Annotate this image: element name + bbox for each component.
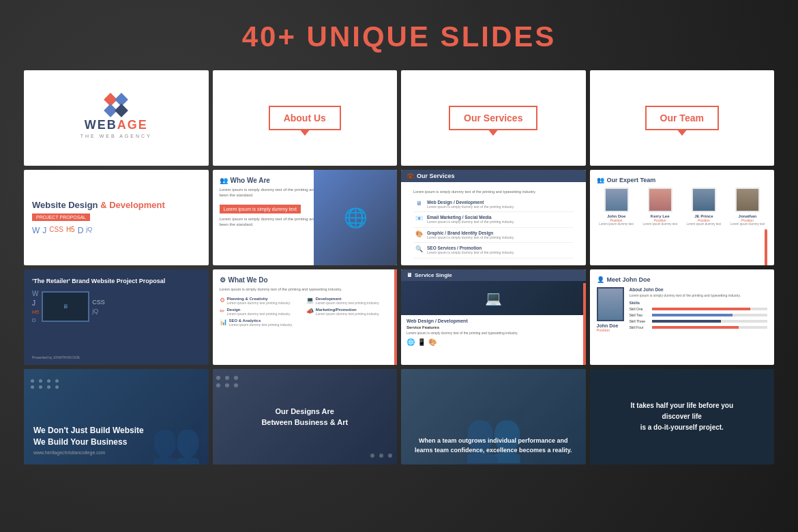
about-us-bubble: About Us (269, 106, 341, 130)
services-content-header: 💼 Our Services (401, 170, 586, 182)
icon-html: H5 (66, 226, 75, 235)
design-subtitle: PROJECT PROPOSAL (32, 213, 90, 221)
wwd-item-3: ✏ Design Lorem ipsum dummy text printing… (220, 308, 304, 316)
ss-header: 🖥 Service Single (401, 269, 586, 281)
service-text-2: Email Marketing / Social Media Lorem ips… (427, 215, 514, 224)
service-icon-1: 🖥 (413, 200, 424, 207)
skill-bar-3: Skill Three (630, 319, 768, 323)
icon-css2: CSS (92, 299, 105, 306)
member-photo-2 (648, 188, 673, 212)
ss-icons-row: 🌐 📱 🎨 (407, 338, 580, 346)
slide-expert-team: 👥 Our Expert Team John Doe Position Lore… (590, 170, 775, 265)
ss-features-label: Service Features (407, 325, 580, 329)
wwd-text-3: Design Lorem ipsum dummy text printing i… (227, 308, 291, 316)
service-text-1: Web Design / Development Lorem ipsum is … (427, 200, 514, 209)
accent-bar (765, 229, 767, 265)
who-highlight: Lorem ipsum is simply dummy text (220, 205, 301, 213)
member-photo-1 (604, 188, 629, 212)
slide-our-team: Our Team (590, 70, 775, 166)
design-icons: W J CSS H5 D jQ (32, 226, 92, 235)
slide-blue-4: It takes half your life before you disco… (590, 369, 775, 464)
slide-who-we-are: 👥 Who We Are Lorem ipsum is simply dummy… (213, 170, 398, 265)
blue3-text: When a team outgrows individual performa… (411, 437, 576, 455)
logo-diamonds (106, 95, 126, 115)
dot-pattern (31, 379, 61, 389)
slide-meet-john: 👤 Meet John Doe John Doe Position About … (590, 269, 775, 365)
services-list: 🖥 Web Design / Development Lorem ipsum i… (408, 197, 579, 258)
skill-bars: Skill One Skill Two Skill Three (630, 307, 768, 329)
whatwedo-title: What We Do (228, 276, 268, 284)
logo-subtitle: THE WEB AGENCY (80, 134, 152, 138)
slides-grid: WEBAGE THE WEB AGENCY About Us Our Servi… (24, 70, 774, 464)
team-member-1: John Doe Position Lorem ipsum dummy text (597, 188, 636, 226)
skills-title: Skills (630, 301, 768, 305)
mj-photo (597, 287, 624, 321)
blue1-url: www.heritagechristiancollege.com (33, 450, 105, 455)
skill-track-3 (652, 320, 768, 323)
mj-header: 👤 Meet John Doe (597, 276, 768, 283)
who-title: Who We Are (231, 177, 270, 184)
team-members: John Doe Position Lorem ipsum dummy text… (597, 188, 768, 226)
retailer-title: 'The Retailer' Brand Website Project Pro… (32, 278, 165, 284)
right-accent-bar (394, 269, 397, 365)
monitor-icon: 🖥 (407, 272, 412, 278)
member-desc-4: Lorem ipsum dummy text (730, 222, 765, 226)
mj-info: About John Doe Lorem ipsum is simply dum… (630, 287, 768, 335)
mj-header-label: Meet John Doe (607, 276, 651, 283)
retailer-footer: Presented by JONATHON DOE (32, 355, 80, 359)
wwd-text-2: Development Lorem ipsum dummy text print… (316, 297, 380, 305)
slide-services-content: 💼 Our Services Lorem ipsum is simply dum… (401, 170, 586, 265)
slide-retailer: 'The Retailer' Brand Website Project Pro… (24, 269, 209, 365)
icon-jq: jQ (92, 308, 105, 314)
member-desc-1: Lorem ipsum dummy text (599, 222, 634, 226)
icon-joomla: J (42, 226, 46, 235)
service-title-3: Graphic / Brand Identity Design (427, 231, 514, 235)
team-icon: 👥 (597, 177, 604, 183)
about-us-label: About Us (284, 113, 326, 123)
skill-label-2: Skill Two (630, 313, 650, 317)
dot-pattern-2 (216, 376, 239, 387)
wwd-desc-4: Lorem ipsum dummy text printing industry… (316, 312, 380, 316)
logo-graphic: WEBAGE THE WEB AGENCY (80, 95, 152, 138)
slide-blue-3: 👥 When a team outgrows individual perfor… (401, 369, 586, 464)
whatwedo-grid: ⚙ Planning & Creativity Lorem ipsum dumm… (220, 297, 391, 327)
wwd-text-5: SEO & Analytics Lorem ipsum dummy text p… (229, 319, 293, 327)
briefcase-icon: 💼 (407, 173, 414, 179)
icon-jquery: jQ (86, 226, 92, 235)
ss-image: 💻 (401, 281, 586, 315)
icon-dpl: D (32, 317, 39, 323)
blue2-subtitle: Between Business & Art (261, 418, 348, 426)
wwd-text-4: Marketing/Promotion Lorem ipsum dummy te… (316, 308, 380, 316)
skill-fill-4 (652, 326, 739, 329)
team-member-2: Kerry Lee Position Lorem ipsum dummy tex… (640, 188, 680, 226)
skill-label-1: Skill One (630, 307, 650, 311)
service-item-1: 🖥 Web Design / Development Lorem ipsum i… (413, 197, 574, 213)
blue4-line2: discover life (662, 413, 702, 420)
wwd-desc-2: Lorem ipsum dummy text printing industry… (316, 301, 380, 305)
blue1-line1: We Don't Just Build Website (33, 426, 144, 435)
logo-wordmark: WEBAGE (85, 118, 148, 132)
skill-bar-2: Skill Two (630, 313, 768, 317)
whatwedo-intro: Lorem ipsum is simply dummy text of the … (220, 287, 391, 293)
tech-icons: CSS jQ (92, 299, 105, 314)
icon-drupal: D (78, 226, 84, 235)
skill-label-3: Skill Three (630, 319, 650, 323)
member-photo-4 (735, 188, 760, 212)
mj-name: John Doe (597, 323, 624, 328)
skill-track-1 (652, 308, 768, 310)
service-title-4: SEO Services / Promotion (427, 246, 514, 250)
ss-desc: Lorem ipsum is simply dummy text of the … (407, 331, 580, 336)
whatwedo-header: ⚙ What We Do (220, 276, 391, 284)
wwd-text-1: Planning & Creativity Lorem ipsum dummy … (227, 297, 291, 305)
icon-css: CSS (49, 226, 63, 235)
slide-service-single: 🖥 Service Single 💻 Web Design / Developm… (401, 269, 586, 365)
wwd-icon-2: 💻 (306, 297, 314, 304)
our-team-bubble: Our Team (645, 106, 719, 130)
wwd-item-1: ⚙ Planning & Creativity Lorem ipsum dumm… (220, 297, 304, 305)
slide-blue-1: 👥 We Don't Just Build Website We Build Y… (24, 369, 209, 464)
bg-people-icon: 👥 (151, 419, 202, 464)
diamond-4 (115, 104, 128, 117)
design-title: Website Design & Development (32, 200, 165, 211)
team-member-4: Jonathan Position Lorem ipsum dummy text (728, 188, 767, 226)
service-title-2: Email Marketing / Social Media (427, 215, 514, 220)
